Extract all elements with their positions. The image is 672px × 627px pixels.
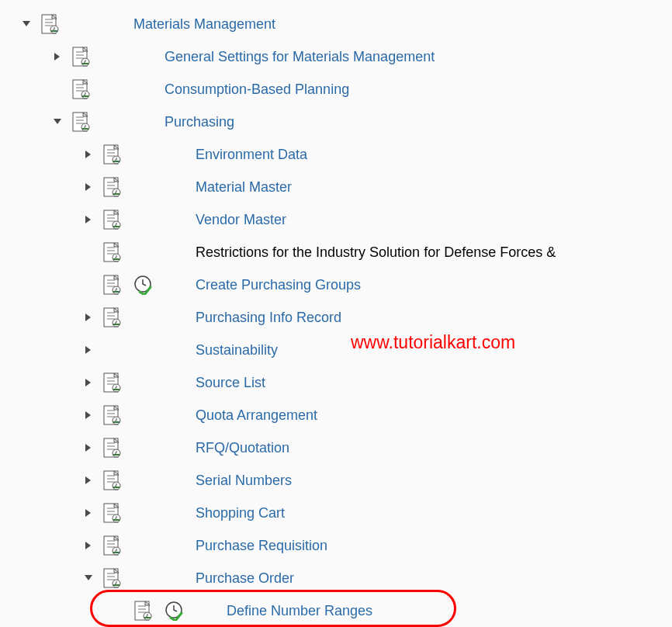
tree-node-define-number-ranges[interactable]: Define Number Ranges [0,594,672,627]
node-label[interactable]: Purchasing [165,114,234,130]
node-label[interactable]: Define Number Ranges [227,603,372,619]
node-label[interactable]: Shopping Cart [196,505,285,521]
spacer [133,242,154,262]
spacer [165,210,185,230]
toggle-collapsed-icon[interactable] [81,312,96,323]
document-icon [40,14,61,34]
tree-node[interactable]: Vendor Master [0,203,672,236]
node-label[interactable]: Sustainability [196,342,278,359]
document-icon [102,405,123,425]
node-label[interactable]: Source List [196,375,265,391]
tree-node[interactable]: Serial Numbers [0,464,672,497]
document-icon [102,177,123,197]
toggle-collapsed-icon[interactable] [81,214,96,225]
tree-node[interactable]: Shopping Cart [0,497,672,529]
spacer [133,470,154,490]
node-label[interactable]: General Settings for Materials Managemen… [165,49,435,65]
document-icon [102,307,123,327]
document-icon [102,275,123,295]
spacer [102,340,123,360]
node-label[interactable]: Purchase Requisition [196,538,327,554]
node-label[interactable]: Purchasing Info Record [196,310,341,326]
tree-node[interactable]: Sustainability [0,334,672,366]
spacer [165,177,185,197]
toggle-collapsed-icon[interactable] [81,377,96,388]
spacer [133,177,154,197]
tree-node-general-settings[interactable]: General Settings for Materials Managemen… [0,40,672,73]
document-icon [133,601,154,621]
spacer [165,340,185,360]
node-label[interactable]: Restrictions for the Industry Solution f… [196,244,556,261]
document-icon [71,79,92,99]
document-icon [102,535,123,556]
tree-node-materials-management[interactable]: Materials Management [0,8,672,40]
spacer [102,112,123,132]
spacer [102,47,123,67]
tree-root: Materials Management General Settings fo… [0,8,672,627]
node-label[interactable]: Environment Data [196,147,307,163]
spacer [133,112,154,132]
toggle-expanded-icon[interactable] [50,116,65,127]
spacer [165,535,185,556]
spacer [102,14,123,34]
toggle-collapsed-icon[interactable] [81,507,96,518]
tree-node[interactable]: RFQ/Quotation [0,431,672,464]
node-label[interactable]: RFQ/Quotation [196,440,289,456]
toggle-collapsed-icon[interactable] [81,540,96,551]
tree-node[interactable]: Environment Data [0,138,672,171]
toggle-expanded-icon[interactable] [19,19,34,29]
spacer [165,503,185,523]
document-icon [102,568,123,588]
tree-node[interactable]: Restrictions for the Industry Solution f… [0,236,672,268]
spacer [133,79,154,99]
activity-clock-icon [133,275,154,295]
spacer [165,372,185,393]
spacer [196,601,216,621]
spacer [165,405,185,425]
node-label[interactable]: Materials Management [133,16,275,33]
document-icon [102,438,123,458]
spacer [133,535,154,556]
tree-node-consumption-planning[interactable]: Consumption-Based Planning [0,73,672,106]
node-label[interactable]: Create Purchasing Groups [196,277,361,293]
node-label[interactable]: Serial Numbers [196,473,292,489]
spacer [165,568,185,588]
node-label[interactable]: Purchase Order [196,570,294,587]
document-icon [102,470,123,490]
spacer [165,275,185,295]
spacer [133,210,154,230]
document-icon [102,503,123,523]
tree-node[interactable]: Quota Arrangement [0,399,672,431]
tree-node-purchasing[interactable]: Purchasing [0,106,672,138]
spacer [165,470,185,490]
node-label[interactable]: Consumption-Based Planning [165,81,349,98]
node-label[interactable]: Material Master [196,179,292,196]
spacer [133,405,154,425]
tree-node[interactable]: Material Master [0,171,672,203]
spacer [165,242,185,262]
toggle-collapsed-icon[interactable] [50,51,65,62]
toggle-collapsed-icon[interactable] [81,149,96,160]
node-label[interactable]: Vendor Master [196,212,286,228]
toggle-collapsed-icon[interactable] [81,475,96,486]
node-label[interactable]: Quota Arrangement [196,407,317,424]
toggle-collapsed-icon[interactable] [81,345,96,355]
tree-node[interactable]: Purchase Requisition [0,529,672,562]
spacer [165,438,185,458]
tree-node[interactable]: Create Purchasing Groups [0,268,672,301]
tree-node[interactable]: Purchasing Info Record [0,301,672,334]
document-icon [71,47,92,67]
spacer [102,79,123,99]
toggle-collapsed-icon[interactable] [81,182,96,192]
spacer [165,307,185,327]
tree-node[interactable]: Source List [0,366,672,399]
spacer [165,144,185,165]
toggle-expanded-icon[interactable] [81,573,96,584]
toggle-collapsed-icon[interactable] [81,442,96,453]
spacer [133,503,154,523]
spacer [133,568,154,588]
spacer [133,144,154,165]
tree-node[interactable]: Purchase Order [0,562,672,594]
toggle-collapsed-icon[interactable] [81,410,96,421]
spacer [133,438,154,458]
